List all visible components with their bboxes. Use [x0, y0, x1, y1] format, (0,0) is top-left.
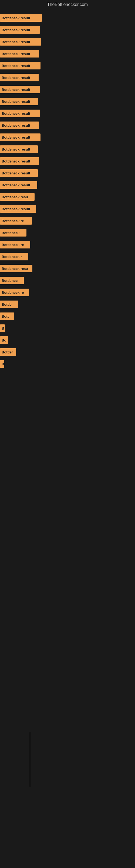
bar-item: Bottleneck result — [0, 181, 37, 189]
bar-label: Bottleneck result — [2, 40, 30, 44]
bar-row: Bottleneck result — [0, 72, 135, 84]
bar-row: Bottleneck re — [0, 215, 135, 227]
bar-label: Bottleneck result — [2, 135, 30, 140]
bar-item: Bottleneck result — [0, 98, 38, 105]
bar-row: Bottleneck result — [0, 36, 135, 48]
bar-label: Bottlenec — [2, 279, 17, 283]
bar-row: Bottleneck result — [0, 131, 135, 143]
bar-row: B — [0, 322, 135, 334]
bar-row: Bottleneck result — [0, 60, 135, 72]
bar-label: Bottleneck result — [2, 28, 30, 32]
bar-item: Bottleneck result — [0, 62, 41, 69]
bar-label: Bottleneck result — [2, 159, 30, 163]
bar-item: Bottleneck re — [0, 289, 29, 296]
bar-label: Bo — [2, 338, 6, 342]
bar-item: Bottleneck result — [0, 145, 38, 153]
bar-label: Bottleneck result — [2, 52, 30, 56]
bar-item: Bottleneck result — [0, 169, 38, 177]
bar-label: Bottleneck result — [2, 88, 30, 92]
bar-row: Bottleneck result — [0, 84, 135, 95]
bar-label: Bottle — [2, 303, 12, 307]
bar-row: Bo — [0, 334, 135, 346]
bar-label: Bottleneck re — [2, 290, 24, 294]
bar-item: Bottleneck result — [0, 110, 40, 117]
bar-label: Bottleneck result — [2, 16, 30, 20]
bar-item: Bottleneck result — [0, 14, 42, 22]
bar-label: Bottleneck result — [2, 64, 30, 68]
bar-item: Bottleneck result — [0, 50, 39, 58]
bar-item: Bottleneck — [0, 229, 27, 237]
bar-label: Bottleneck result — [2, 171, 30, 175]
bar-item: B — [0, 360, 4, 368]
bar-label: Bottleneck re — [2, 219, 24, 223]
bar-label: Bott — [2, 314, 9, 318]
bar-label: B — [2, 326, 4, 330]
bar-item: Bottleneck result — [0, 122, 39, 129]
bar-label: Bottleneck resu — [2, 267, 28, 271]
bar-row: Bottle — [0, 299, 135, 310]
bar-row: Bottleneck resu — [0, 191, 135, 203]
bar-row: Bottleneck — [0, 227, 135, 239]
bar-item: Bottler — [0, 348, 16, 356]
bar-item: Bottleneck r — [0, 253, 28, 260]
bar-label: Bottleneck result — [2, 123, 30, 127]
bar-row: Bottlenec — [0, 275, 135, 286]
bar-item: Bottleneck result — [0, 205, 36, 213]
bar-item: Bottleneck result — [0, 26, 40, 34]
bar-label: Bottleneck result — [2, 112, 30, 116]
bar-row: Bottleneck r — [0, 251, 135, 262]
bar-item: Bottleneck result — [0, 86, 40, 93]
bar-item: Bottleneck re — [0, 241, 30, 248]
bar-row: Bottleneck result — [0, 107, 135, 119]
bar-label: Bottleneck result — [2, 76, 30, 80]
bar-row: Bottleneck result — [0, 167, 135, 179]
bar-item: Bott — [0, 312, 14, 320]
bar-label: Bottleneck result — [2, 147, 30, 151]
bar-item: Bottleneck result — [0, 74, 39, 82]
bar-row: Bottleneck resu — [0, 262, 135, 275]
bar-item: Bottleneck resu — [0, 265, 32, 272]
bar-row: Bottleneck result — [0, 119, 135, 131]
bar-label: Bottleneck resu — [2, 195, 28, 199]
bar-row: Bottleneck result — [0, 95, 135, 107]
bar-row: Bottleneck re — [0, 286, 135, 299]
bar-label: Bottleneck result — [2, 183, 30, 187]
bar-row: B — [0, 358, 135, 370]
bar-row: Bottleneck result — [0, 203, 135, 215]
bar-item: Bottleneck result — [0, 157, 39, 165]
bar-row: Bottleneck result — [0, 143, 135, 155]
site-title: TheBottlenecker.com — [0, 0, 135, 9]
bars-container: Bottleneck resultBottleneck resultBottle… — [0, 9, 135, 373]
bar-item: Bottlenec — [0, 277, 24, 284]
vertical-line — [30, 733, 30, 786]
bar-item: B — [0, 324, 5, 332]
bar-item: Bo — [0, 336, 8, 344]
bar-label: Bottleneck — [2, 231, 19, 235]
bar-item: Bottleneck re — [0, 217, 32, 225]
bar-row: Bottleneck result — [0, 179, 135, 191]
bar-item: Bottleneck resu — [0, 193, 35, 201]
bar-label: Bottleneck re — [2, 243, 24, 247]
bar-row: Bottleneck result — [0, 48, 135, 60]
bar-label: B — [2, 362, 4, 366]
bar-item: Bottleneck result — [0, 133, 41, 141]
bar-item: Bottleneck result — [0, 38, 41, 45]
bar-row: Bottleneck result — [0, 24, 135, 36]
bar-item: Bottle — [0, 301, 18, 308]
bar-row: Bottleneck re — [0, 239, 135, 251]
bar-row: Bott — [0, 310, 135, 322]
bar-label: Bottleneck result — [2, 207, 30, 211]
bar-row: Bottleneck result — [0, 12, 135, 24]
bar-label: Bottleneck r — [2, 255, 22, 259]
bar-label: Bottleneck result — [2, 99, 30, 104]
bar-row: Bottleneck result — [0, 155, 135, 167]
bar-row: Bottler — [0, 346, 135, 358]
bar-label: Bottler — [2, 350, 13, 354]
